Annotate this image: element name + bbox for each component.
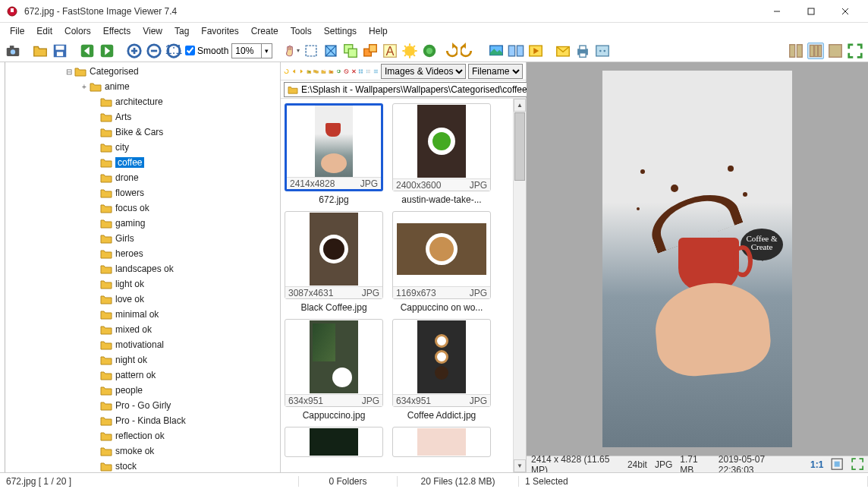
- menu-file[interactable]: File: [5, 24, 30, 38]
- close-button[interactable]: [828, 1, 862, 22]
- text-icon[interactable]: A: [382, 43, 398, 59]
- slideshow-icon[interactable]: [527, 43, 544, 59]
- tree-item-light-ok[interactable]: light ok: [0, 276, 280, 292]
- clone-icon[interactable]: [342, 43, 359, 59]
- crop-icon[interactable]: [322, 43, 339, 59]
- nav-back-icon[interactable]: [291, 64, 297, 79]
- tree-item-arts[interactable]: Arts: [0, 109, 280, 125]
- effects-icon[interactable]: [421, 43, 438, 59]
- minimize-button[interactable]: [760, 1, 794, 22]
- thumb-item[interactable]: 1169x673JPGCappuccino on wo...: [392, 211, 492, 313]
- menu-edit[interactable]: Edit: [31, 24, 58, 38]
- thumb-item[interactable]: 634x951JPGCappuccino.jpg: [284, 319, 384, 421]
- scroll-down-icon[interactable]: ▼: [514, 459, 526, 472]
- rotate-right-icon[interactable]: [461, 43, 477, 59]
- new-folder-icon[interactable]: ★: [321, 64, 326, 79]
- scroll-thumb[interactable]: [514, 112, 525, 181]
- fullscreen-icon[interactable]: [847, 43, 863, 59]
- resize-icon[interactable]: [362, 43, 379, 59]
- scrollbar[interactable]: ▲ ▼: [513, 99, 526, 472]
- view-mode-1-icon[interactable]: [788, 43, 804, 59]
- view-details-icon[interactable]: [373, 64, 379, 79]
- zoom-in-icon[interactable]: [126, 43, 143, 59]
- tree-item-motivational[interactable]: motivational: [0, 337, 280, 352]
- tree-item-night-ok[interactable]: night ok: [0, 352, 280, 368]
- zoom-input[interactable]: [232, 44, 261, 58]
- tree-item-city[interactable]: city: [0, 140, 280, 155]
- tree-item-architecture[interactable]: architecture: [0, 94, 280, 109]
- hand-tool-icon[interactable]: ▾: [283, 43, 300, 59]
- delete-icon[interactable]: [351, 64, 357, 79]
- tree-item-pro-go-girly[interactable]: Pro - Go Girly: [0, 398, 280, 413]
- thumb-item[interactable]: 634x951JPGCoffee Addict.jpg: [392, 319, 492, 421]
- compare-icon[interactable]: [508, 43, 524, 59]
- thumb-item[interactable]: [284, 427, 384, 457]
- nav-forward-icon[interactable]: [299, 64, 304, 79]
- email-icon[interactable]: [555, 43, 571, 59]
- back-icon[interactable]: [79, 43, 96, 59]
- tree-item-girls[interactable]: Girls: [0, 231, 280, 246]
- tree-item-bike-cars[interactable]: Bike & Cars: [0, 125, 280, 140]
- view-mode-3-icon[interactable]: [827, 43, 844, 59]
- menu-tools[interactable]: Tools: [285, 24, 317, 38]
- tree-item-pattern-ok[interactable]: pattern ok: [0, 368, 280, 383]
- menu-colors[interactable]: Colors: [59, 24, 96, 38]
- tree-item-mixed-ok[interactable]: mixed ok: [0, 322, 280, 337]
- tree-item-love-ok[interactable]: love ok: [0, 292, 280, 307]
- acquire-icon[interactable]: [5, 43, 21, 59]
- save-icon[interactable]: [52, 43, 68, 59]
- tree-item-minimal-ok[interactable]: minimal ok: [0, 307, 280, 322]
- history-icon[interactable]: [284, 64, 289, 79]
- fav-folder-icon[interactable]: [329, 64, 334, 79]
- print-icon[interactable]: [574, 43, 591, 59]
- expander-icon[interactable]: ⊟: [64, 68, 74, 76]
- fit-window-icon[interactable]: [831, 458, 843, 472]
- sort-select[interactable]: Filename: [468, 64, 523, 79]
- tree-item-reflection-ok[interactable]: reflection ok: [0, 428, 280, 443]
- folder-tree-panel[interactable]: ⊟Categorised+animearchitectureArtsBike &…: [0, 62, 281, 472]
- preview-area[interactable]: Coffee & Create: [527, 62, 868, 456]
- zoom-dropdown-icon[interactable]: ▾: [261, 44, 272, 58]
- forward-icon[interactable]: [99, 43, 115, 59]
- filter-select[interactable]: Images & Videos: [381, 64, 466, 79]
- maximize-button[interactable]: [794, 1, 828, 22]
- menu-settings[interactable]: Settings: [319, 24, 362, 38]
- menu-favorites[interactable]: Favorites: [196, 24, 244, 38]
- tree-item-people[interactable]: people: [0, 383, 280, 398]
- tree-item-focus-ok[interactable]: focus ok: [0, 200, 280, 216]
- menu-help[interactable]: Help: [363, 24, 393, 38]
- thumb-item[interactable]: 3087x4631JPGBlack Coffee.jpg: [284, 211, 384, 313]
- open-icon[interactable]: [32, 43, 49, 59]
- select-tool-icon[interactable]: [303, 43, 319, 59]
- tree-item-landscapes-ok[interactable]: landscapes ok: [0, 261, 280, 276]
- thumb-item[interactable]: [392, 427, 492, 457]
- zoom-out-icon[interactable]: [146, 43, 162, 59]
- tree-item-stock[interactable]: stock: [0, 459, 280, 472]
- tree-item-anime[interactable]: +anime: [0, 79, 280, 94]
- tree-item-smoke-ok[interactable]: smoke ok: [0, 443, 280, 459]
- scroll-up-icon[interactable]: ▲: [514, 99, 526, 112]
- stop-icon[interactable]: [344, 64, 349, 79]
- tree-item-heroes[interactable]: heroes: [0, 246, 280, 261]
- view-mode-2-icon[interactable]: [807, 43, 824, 59]
- thumb-item[interactable]: 2414x4828JPG672.jpg: [284, 103, 384, 205]
- smooth-checkbox[interactable]: Smooth: [185, 46, 228, 56]
- expander-icon[interactable]: +: [79, 83, 90, 91]
- up-folder-icon[interactable]: [307, 64, 312, 79]
- folder-group-icon[interactable]: [313, 64, 319, 79]
- settings-icon[interactable]: [594, 43, 611, 59]
- address-input[interactable]: E:\Splash it - Wallpapers\Wallpapers\Cat…: [284, 82, 537, 97]
- view-thumbs-icon[interactable]: [358, 64, 363, 79]
- zoom-combo[interactable]: ▾: [231, 43, 272, 58]
- wallpaper-icon[interactable]: [488, 43, 505, 59]
- fullscreen-preview-icon[interactable]: [851, 458, 863, 472]
- tree-item-pro-kinda-black[interactable]: Pro - Kinda Black: [0, 413, 280, 428]
- refresh-icon[interactable]: [336, 64, 341, 79]
- menu-view[interactable]: View: [137, 24, 168, 38]
- tree-item-gaming[interactable]: gaming: [0, 216, 280, 231]
- view-list-icon[interactable]: [366, 64, 371, 79]
- adjust-color-icon[interactable]: [401, 43, 418, 59]
- actual-size-icon[interactable]: 1:1: [165, 43, 182, 59]
- menu-tag[interactable]: Tag: [169, 24, 194, 38]
- menu-create[interactable]: Create: [246, 24, 284, 38]
